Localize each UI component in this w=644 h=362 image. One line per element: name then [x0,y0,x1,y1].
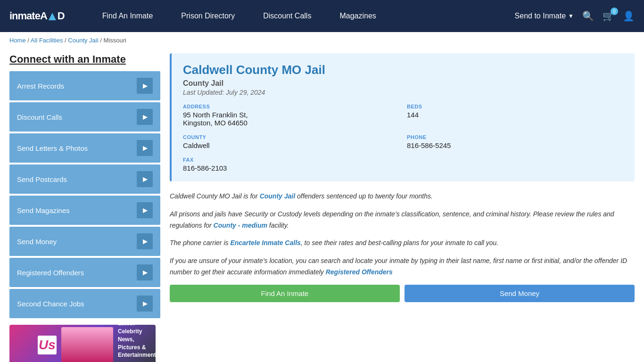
sidebar-item-registered-offenders[interactable]: Registered Offenders ▸ [9,258,160,287]
search-icon[interactable]: 🔍 [582,10,594,22]
description: Caldwell County MO Jail is for County Ja… [170,191,635,278]
sidebar-item-send-magazines[interactable]: Send Magazines ▸ [9,196,160,225]
arrow-icon: ▸ [137,296,153,312]
send-to-inmate-button[interactable]: Send to Inmate ▼ [515,12,574,20]
logo-text: inmateAD [9,10,65,22]
breadcrumb-home[interactable]: Home [9,37,26,44]
county-medium-link[interactable]: County - medium [214,222,267,229]
main-content: Caldwell County MO Jail County Jail Last… [170,53,635,362]
main-nav: Find An Inmate Prison Directory Discount… [88,0,501,32]
phone-value: 816-586-5245 [407,141,623,149]
county-block: COUNTY Caldwell [183,134,399,149]
encartele-link[interactable]: Encartele Inmate Calls [230,239,300,247]
sidebar-item-arrest-records[interactable]: Arrest Records ▸ [9,71,160,100]
svg-marker-0 [49,13,56,20]
logo[interactable]: inmateAD [9,10,65,22]
header: inmateAD Find An Inmate Prison Directory… [0,0,644,32]
send-dropdown-arrow: ▼ [568,13,574,19]
nav-discount-calls[interactable]: Discount Calls [249,0,325,32]
facility-info-grid: ADDRESS 95 North Franklin St, Kingston, … [183,104,623,172]
beds-label: BEDS [407,104,623,109]
beds-value: 144 [407,111,623,119]
arrow-icon: ▸ [137,109,153,125]
sidebar-item-second-chance-jobs[interactable]: Second Chance Jobs ▸ [9,289,160,318]
sidebar-item-send-money[interactable]: Send Money ▸ [9,227,160,256]
address-line1: 95 North Franklin St, [183,111,399,119]
breadcrumb: Home / All Facilities / County Jail / Mi… [0,32,644,49]
cart-badge: 0 [611,8,618,15]
county-jail-link-1[interactable]: County Jail [260,192,295,200]
facility-name: Caldwell County MO Jail [183,63,623,77]
address-line2: Kingston, MO 64650 [183,119,399,127]
nav-magazines[interactable]: Magazines [325,0,390,32]
arrow-icon: ▸ [137,140,153,156]
address-label: ADDRESS [183,104,399,109]
sidebar-title: Connect with an Inmate [9,53,160,66]
desc-para-2: All prisons and jails have Security or C… [170,209,635,231]
ad-image [61,327,113,362]
arrow-icon: ▸ [137,171,153,187]
sidebar-item-send-postcards[interactable]: Send Postcards ▸ [9,165,160,194]
sidebar-menu: Arrest Records ▸ Discount Calls ▸ Send L… [9,71,160,318]
fax-value: 816-586-2103 [183,164,399,172]
header-icons: Send to Inmate ▼ 🔍 🛒 0 👤 [515,10,635,22]
ad-banner[interactable]: Us Latest Celebrity News, Pictures & Ent… [9,325,156,362]
user-icon[interactable]: 👤 [623,10,635,22]
fax-block: FAX 816-586-2103 [183,157,399,172]
send-money-button[interactable]: Send Money [405,285,635,302]
arrow-icon: ▸ [137,202,153,218]
breadcrumb-county-jail[interactable]: County Jail [68,37,98,44]
find-inmate-button[interactable]: Find An Inmate [170,285,400,302]
beds-block: BEDS 144 [407,104,623,127]
sidebar-item-send-letters[interactable]: Send Letters & Photos ▸ [9,133,160,163]
phone-label: PHONE [407,134,623,140]
sidebar: Connect with an Inmate Arrest Records ▸ … [9,53,160,362]
desc-para-1: Caldwell County MO Jail is for County Ja… [170,191,635,202]
desc-para-4: If you are unsure of your inmate’s locat… [170,255,635,278]
facility-type: County Jail [183,79,623,88]
ad-text: Latest Celebrity News, Pictures & Entert… [118,325,156,362]
county-value: Caldwell [183,141,399,149]
fax-label: FAX [183,157,399,163]
sidebar-item-discount-calls[interactable]: Discount Calls ▸ [9,102,160,132]
cart-icon[interactable]: 🛒 0 [603,10,614,22]
desc-para-3: The phone carrier is Encartele Inmate Ca… [170,238,635,249]
nav-prison-directory[interactable]: Prison Directory [167,0,249,32]
breadcrumb-state: Missouri [103,37,126,44]
facility-updated: Last Updated: July 29, 2024 [183,89,623,96]
phone-block: PHONE 816-586-5245 [407,134,623,149]
ad-us-logo: Us [38,336,57,354]
arrow-icon: ▸ [137,233,153,249]
nav-find-inmate[interactable]: Find An Inmate [88,0,167,32]
main-layout: Connect with an Inmate Arrest Records ▸ … [0,49,644,362]
breadcrumb-all-facilities[interactable]: All Facilities [31,37,63,44]
address-block: ADDRESS 95 North Franklin St, Kingston, … [183,104,399,127]
registered-offenders-link[interactable]: Registered Offenders [326,268,393,276]
arrow-icon: ▸ [137,78,153,94]
county-label: COUNTY [183,134,399,140]
bottom-buttons: Find An Inmate Send Money [170,285,635,302]
arrow-icon: ▸ [137,264,153,280]
facility-card: Caldwell County MO Jail County Jail Last… [170,53,635,181]
